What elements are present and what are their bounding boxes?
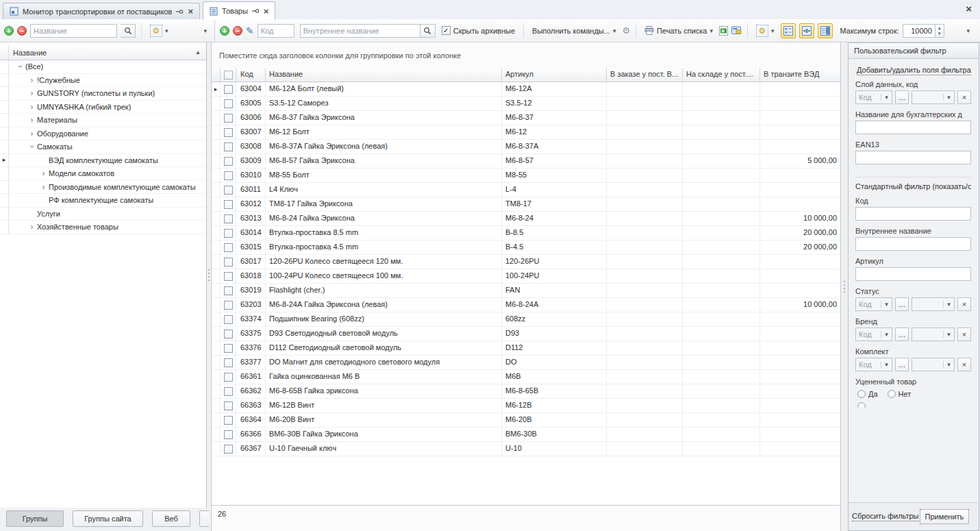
table-row[interactable]: 63011L4 КлючL-4 — [212, 183, 840, 197]
tree-item[interactable]: ›Хозяйственные товары — [0, 221, 206, 234]
pin-icon[interactable] — [252, 8, 260, 14]
table-row[interactable]: 63013М6-8-24 Гайка ЭриксонаМ6-8-2410 000… — [212, 212, 840, 226]
tab-web[interactable]: Веб — [152, 510, 190, 527]
gears-icon[interactable]: ⚙ — [622, 25, 630, 36]
table-row[interactable]: ▸63004М6-12А Болт (левый)М6-12А — [212, 82, 840, 97]
export-excel-icon[interactable] — [719, 26, 728, 36]
chevron-right-icon[interactable]: › — [27, 103, 37, 111]
tab-site-groups[interactable]: Группы сайта — [73, 510, 143, 527]
edit-pencil-icon[interactable]: ✎ — [246, 26, 254, 36]
filter-value-combo[interactable]: ▾ — [912, 328, 955, 341]
table-row[interactable]: 63019Flashlight (cher.)FAN — [212, 284, 840, 298]
filter-field-combo[interactable]: Код▾ — [855, 328, 892, 341]
chevron-down-icon[interactable]: ▾ — [943, 331, 954, 338]
tree-item[interactable]: ›UMNYASHKA (гибкий трек) — [0, 101, 206, 114]
tree-item[interactable]: ›GUNSTORY (пистолеты и пульки) — [0, 87, 206, 101]
table-row[interactable]: 63375D93 Светодиодный световой модульD93 — [212, 327, 840, 341]
table-row[interactable]: 63012ТМ8-17 Гайка ЭриксонаTM8-17 — [212, 197, 840, 212]
row-checkbox[interactable] — [224, 258, 233, 267]
ellipsis-button[interactable]: … — [895, 90, 909, 104]
radio-option[interactable]: Да — [857, 390, 878, 398]
column-header-ordered[interactable]: В заказе у пост. В... — [607, 68, 683, 82]
apply-filters-button[interactable]: Применить — [920, 509, 970, 524]
ellipsis-button[interactable]: … — [895, 297, 909, 311]
tree-settings-button[interactable]: ⚙ ▾ — [147, 23, 171, 38]
table-row[interactable]: 66363М6-12В ВинтМ6-12В — [212, 399, 840, 413]
table-row[interactable]: 63203М6-8-24А Гайка Эриксона (левая)М6-8… — [212, 298, 840, 312]
tree-item[interactable]: ›!Служебные — [0, 74, 206, 88]
chevron-down-icon[interactable]: ▾ — [881, 94, 892, 101]
radio-option[interactable]: Нет — [888, 390, 912, 398]
chevron-down-icon[interactable]: ▾ — [943, 361, 954, 368]
chevron-down-icon[interactable]: ▾ — [881, 361, 892, 368]
clear-icon[interactable]: × — [957, 90, 971, 104]
chevron-right-icon[interactable]: › — [27, 223, 37, 231]
filter-field-combo[interactable]: Код▾ — [855, 90, 892, 104]
tree-item[interactable]: ›Модели самокатов — [0, 167, 206, 181]
max-rows-input[interactable] — [903, 24, 935, 38]
row-checkbox[interactable] — [224, 402, 233, 410]
chevron-down-icon[interactable]: ▾ — [943, 301, 954, 308]
select-all-checkbox[interactable] — [224, 71, 233, 79]
row-checkbox[interactable] — [224, 301, 233, 310]
hide-archived-toggle[interactable]: ✓ Скрыть архивные — [439, 25, 518, 36]
select-all-header-cell[interactable] — [221, 68, 236, 82]
row-checkbox[interactable] — [224, 114, 233, 123]
search-icon[interactable] — [121, 24, 136, 38]
chevron-down-icon[interactable]: ▾ — [881, 331, 892, 338]
remove-item-button[interactable]: − — [233, 26, 242, 36]
card-properties-icon[interactable] — [731, 26, 742, 35]
filter-value-combo[interactable]: ▾ — [912, 297, 955, 311]
table-row[interactable]: 66362М6-8-65В Гайка эриксонаМ6-8-65В — [212, 384, 840, 399]
filter-field-combo[interactable]: Код▾ — [855, 358, 892, 371]
row-checkbox[interactable] — [224, 272, 233, 281]
stepper-up-icon[interactable]: ▲ — [935, 25, 944, 31]
row-checkbox[interactable] — [224, 186, 233, 195]
row-checkbox[interactable] — [224, 99, 233, 108]
row-checkbox[interactable] — [224, 373, 233, 382]
row-checkbox[interactable] — [224, 445, 233, 454]
chevron-down-icon[interactable]: ▾ — [943, 94, 954, 101]
column-header-code[interactable]: Код — [236, 68, 266, 82]
column-header-transit[interactable]: В транзите ВЭД — [760, 68, 840, 82]
table-row[interactable]: 63005S3.5-12 СаморезS3.5-12 — [212, 97, 840, 111]
table-row[interactable]: 63374Подшипник Bearing (608zz)608zz — [212, 312, 840, 327]
table-row[interactable]: 63010М8-55 БолтM8-55 — [212, 169, 840, 183]
table-row[interactable]: 66366ВМ6-30В Гайка ЭриксонаВМ6-30В — [212, 428, 840, 442]
row-checkbox[interactable] — [224, 200, 233, 209]
filter-text-input[interactable] — [855, 121, 971, 134]
row-checkbox[interactable] — [224, 243, 233, 252]
row-checkbox[interactable] — [224, 416, 233, 425]
grid-settings-button[interactable]: ⚙ ▾ — [753, 23, 777, 38]
right-splitter[interactable] — [841, 42, 848, 531]
table-row[interactable]: 63007М6-12 БолтМ6-12 — [212, 125, 840, 140]
filter-text-input[interactable] — [855, 237, 971, 251]
row-checkbox[interactable] — [224, 387, 233, 396]
add-item-button[interactable]: + — [220, 26, 229, 36]
add-group-button[interactable]: + — [4, 26, 14, 36]
ellipsis-button[interactable]: … — [895, 358, 909, 371]
tree-item[interactable]: ›Самокаты — [0, 140, 206, 154]
filter-value-combo[interactable]: ▾ — [912, 90, 955, 104]
chevron-right-icon[interactable]: › — [27, 89, 37, 97]
row-checkbox[interactable] — [224, 344, 233, 353]
tab-groups[interactable]: Группы — [6, 510, 64, 527]
add-remove-filter-fields-link[interactable]: Добавить/удалить поля фильтра — [857, 66, 971, 75]
remove-group-button[interactable]: − — [17, 26, 27, 36]
print-list-button[interactable]: Печать списка ▾ — [642, 25, 716, 36]
tree-item[interactable]: ›Производимые комплектующие самокаты — [0, 181, 206, 195]
toggle-tree-panel-button[interactable] — [781, 23, 796, 38]
stepper-down-icon[interactable]: ▼ — [935, 31, 944, 36]
row-checkbox[interactable] — [224, 358, 233, 367]
tree-column-header[interactable]: Название ▲ — [0, 45, 206, 60]
tree-toolbar-overflow-icon[interactable]: ▾ — [203, 27, 210, 34]
tree-item[interactable]: ›Материалы — [0, 114, 206, 127]
tree-item[interactable]: Услуги — [0, 208, 206, 221]
filter-text-input[interactable] — [855, 207, 971, 221]
table-row[interactable]: 63015Втулка-проставка 4.5 mmВ-4.520 000,… — [212, 240, 840, 255]
tree-search-input[interactable] — [30, 24, 117, 38]
chevron-right-icon[interactable]: › — [38, 169, 49, 177]
chevron-down-icon[interactable]: › — [28, 142, 36, 152]
row-checkbox[interactable] — [224, 171, 233, 180]
filter-text-input[interactable] — [855, 151, 971, 164]
